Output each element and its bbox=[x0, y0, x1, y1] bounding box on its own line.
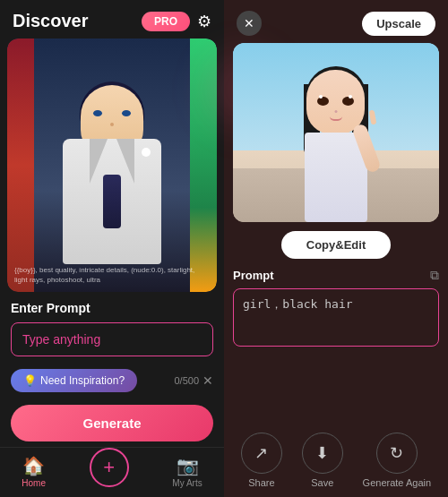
save-icon-circle: ⬇ bbox=[302, 433, 343, 474]
right-prompt-label: Prompt bbox=[233, 269, 274, 282]
pro-button[interactable]: PRO bbox=[142, 12, 190, 31]
bulb-icon: 💡 bbox=[23, 374, 37, 387]
share-label: Share bbox=[248, 477, 274, 488]
char-count-value: 0/500 bbox=[174, 375, 199, 386]
right-prompt-input[interactable]: girl，black hair bbox=[233, 288, 439, 347]
right-header: ✕ Upscale bbox=[224, 0, 448, 43]
girl-head bbox=[306, 70, 365, 134]
prompt-section: Enter Prompt bbox=[0, 292, 224, 362]
right-image-area bbox=[233, 43, 439, 222]
home-label: Home bbox=[22, 478, 46, 488]
char-tie bbox=[103, 175, 121, 228]
generate-button[interactable]: Generate bbox=[11, 405, 213, 441]
character-illustration bbox=[54, 85, 170, 264]
prompt-label: Enter Prompt bbox=[11, 301, 213, 315]
copy-icon[interactable]: ⧉ bbox=[430, 268, 439, 283]
refresh-icon: ↻ bbox=[390, 443, 403, 463]
right-bottom-actions: ↗ Share ⬇ Save ↻ Generate Again bbox=[224, 422, 448, 497]
share-icon: ↗ bbox=[254, 443, 268, 463]
clear-button[interactable]: ✕ bbox=[202, 373, 213, 388]
add-button[interactable]: + bbox=[90, 448, 129, 487]
add-button-container: + bbox=[90, 457, 129, 487]
anime-girl-illustration bbox=[233, 43, 439, 222]
header-right: PRO ⚙ bbox=[142, 12, 211, 31]
save-icon: ⬇ bbox=[315, 443, 329, 463]
girl-figure bbox=[282, 52, 390, 222]
hero-image-area: {{boy}}, best quality, intricate details… bbox=[7, 39, 217, 292]
char-count-area: 0/500 ✕ bbox=[174, 373, 213, 388]
inspiration-row: 💡 Need Inspiration? 0/500 ✕ bbox=[0, 362, 224, 399]
my-arts-label: My Arts bbox=[172, 478, 202, 488]
page-title: Discover bbox=[13, 11, 89, 31]
my-arts-icon: 📷 bbox=[177, 455, 199, 476]
nav-item-my-arts[interactable]: 📷 My Arts bbox=[172, 455, 202, 488]
hero-background: {{boy}}, best quality, intricate details… bbox=[7, 39, 217, 292]
nav-item-home[interactable]: 🏠 Home bbox=[22, 455, 46, 488]
share-icon-circle: ↗ bbox=[241, 433, 282, 474]
image-caption: {{boy}}, best quality, intricate details… bbox=[14, 266, 210, 285]
prompt-input[interactable] bbox=[11, 322, 213, 356]
upscale-button[interactable]: Upscale bbox=[362, 12, 435, 36]
share-action[interactable]: ↗ Share bbox=[241, 433, 282, 488]
inspiration-label: Need Inspiration? bbox=[40, 374, 125, 387]
home-icon: 🏠 bbox=[22, 455, 45, 476]
left-header: Discover PRO ⚙ bbox=[0, 0, 224, 39]
bottom-nav: 🏠 Home + 📷 My Arts bbox=[0, 447, 224, 497]
copy-edit-button[interactable]: Copy&Edit bbox=[281, 231, 391, 259]
gear-icon[interactable]: ⚙ bbox=[197, 12, 211, 31]
right-prompt-header: Prompt ⧉ bbox=[233, 268, 439, 283]
save-action[interactable]: ⬇ Save bbox=[302, 433, 343, 488]
side-art-left bbox=[7, 39, 34, 292]
plus-icon: + bbox=[103, 458, 115, 477]
inspiration-button[interactable]: 💡 Need Inspiration? bbox=[11, 369, 137, 392]
generate-again-icon-circle: ↻ bbox=[376, 433, 418, 474]
generate-again-action[interactable]: ↻ Generate Again bbox=[363, 433, 431, 488]
right-panel: ✕ Upscale bbox=[224, 0, 448, 497]
generate-again-label: Generate Again bbox=[363, 477, 431, 488]
right-prompt-section: Prompt ⧉ girl，black hair bbox=[233, 268, 439, 422]
close-button[interactable]: ✕ bbox=[237, 11, 262, 36]
copy-edit-container: Copy&Edit bbox=[224, 222, 448, 268]
save-label: Save bbox=[311, 477, 333, 488]
left-panel: Discover PRO ⚙ bbox=[0, 0, 224, 497]
